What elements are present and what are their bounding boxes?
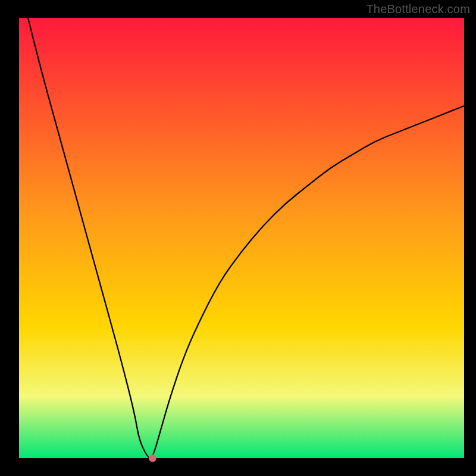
bottleneck-chart bbox=[0, 0, 476, 476]
watermark-label: TheBottleneck.com bbox=[366, 2, 470, 16]
plot-background bbox=[19, 18, 464, 458]
chart-frame: TheBottleneck.com bbox=[0, 0, 476, 476]
minimum-marker bbox=[149, 455, 156, 462]
